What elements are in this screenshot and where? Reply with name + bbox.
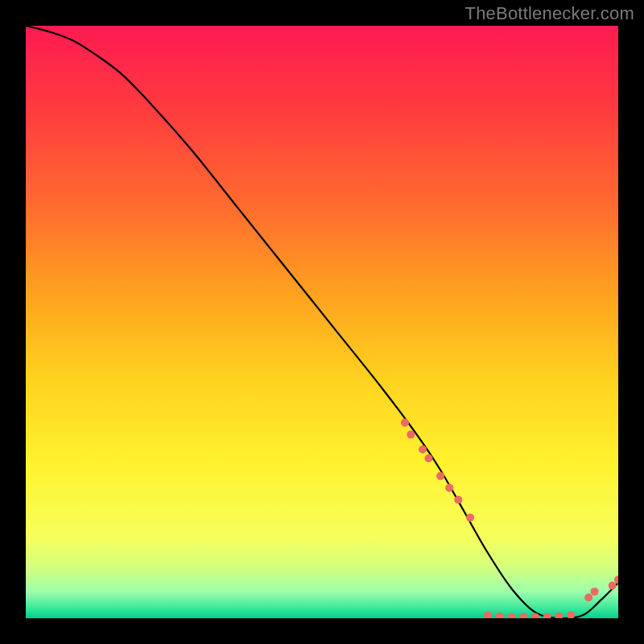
- data-marker: [584, 593, 592, 601]
- data-marker: [519, 613, 527, 618]
- data-marker: [445, 484, 453, 492]
- data-marker: [543, 613, 551, 618]
- data-marker: [508, 613, 516, 618]
- chart-canvas: TheBottlenecker.com: [0, 0, 644, 644]
- data-marker: [609, 582, 617, 590]
- data-marker: [424, 454, 432, 462]
- data-marker: [484, 611, 492, 618]
- plot-area: [26, 26, 618, 618]
- data-marker: [419, 445, 427, 453]
- data-marker: [407, 431, 415, 439]
- data-marker: [436, 472, 444, 480]
- chart-curve: [26, 26, 618, 618]
- data-marker: [567, 611, 575, 618]
- data-marker: [555, 613, 563, 618]
- data-marker: [591, 588, 599, 596]
- data-marker: [401, 419, 409, 427]
- data-marker: [496, 613, 504, 618]
- data-marker: [454, 496, 462, 504]
- watermark-text: TheBottlenecker.com: [465, 3, 634, 24]
- data-marker: [466, 514, 474, 522]
